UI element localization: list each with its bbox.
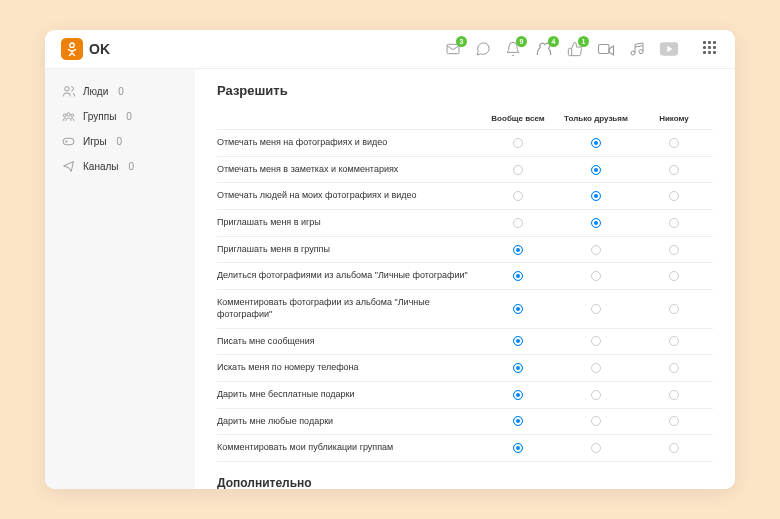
col-nobody: Никому <box>635 114 713 123</box>
sidebar-label: Каналы <box>83 161 119 172</box>
permission-label: Комментировать фотографии из альбома "Ли… <box>217 297 479 320</box>
table-row: Отмечать меня на фотографиях и видео <box>217 130 713 157</box>
table-row: Искать меня по номеру телефона <box>217 355 713 382</box>
svg-point-9 <box>70 114 73 117</box>
section-title: Разрешить <box>217 83 713 98</box>
permission-label: Дарить мне любые подарки <box>217 416 479 428</box>
svg-point-0 <box>70 43 74 47</box>
permission-label: Отмечать меня в заметках и комментариях <box>217 164 479 176</box>
video-icon[interactable] <box>597 41 615 57</box>
radio-option[interactable] <box>513 271 523 281</box>
permission-label: Дарить мне бесплатные подарки <box>217 389 479 401</box>
radio-option[interactable] <box>513 363 523 373</box>
svg-rect-2 <box>599 45 610 54</box>
channels-icon <box>61 160 75 173</box>
radio-option[interactable] <box>669 443 679 453</box>
sidebar-count: 0 <box>118 86 124 97</box>
radio-option[interactable] <box>591 271 601 281</box>
radio-option[interactable] <box>513 304 523 314</box>
discussions-icon[interactable] <box>475 41 491 57</box>
radio-option[interactable] <box>513 336 523 346</box>
app-window: OK 3 9 4 1 <box>45 30 735 489</box>
radio-option[interactable] <box>591 304 601 314</box>
sidebar-item-games[interactable]: Игры 0 <box>45 129 195 154</box>
permission-label: Приглашать меня в игры <box>217 217 479 229</box>
radio-option[interactable] <box>669 390 679 400</box>
messages-icon[interactable]: 3 <box>445 41 461 57</box>
radio-option[interactable] <box>669 218 679 228</box>
table-header: Вообще всем Только друзьям Никому <box>217 108 713 130</box>
table-row: Комментировать фотографии из альбома "Ли… <box>217 290 713 328</box>
table-row: Дарить мне любые подарки <box>217 409 713 436</box>
notifications-icon[interactable]: 9 <box>505 41 521 57</box>
table-row: Писать мне сообщения <box>217 329 713 356</box>
logo-text: OK <box>89 41 110 57</box>
svg-rect-10 <box>63 138 74 145</box>
radio-option[interactable] <box>591 443 601 453</box>
table-row: Отмечать людей на моих фотографиях и вид… <box>217 183 713 210</box>
radio-option[interactable] <box>591 245 601 255</box>
radio-option[interactable] <box>669 191 679 201</box>
radio-option[interactable] <box>513 443 523 453</box>
guests-icon[interactable]: 4 <box>535 41 553 57</box>
radio-option[interactable] <box>591 138 601 148</box>
sidebar-label: Группы <box>83 111 116 122</box>
sidebar-label: Люди <box>83 86 108 97</box>
radio-option[interactable] <box>591 336 601 346</box>
music-icon[interactable] <box>629 41 645 57</box>
permission-label: Отмечать меня на фотографиях и видео <box>217 137 479 149</box>
header: OK 3 9 4 1 <box>45 30 735 69</box>
radio-option[interactable] <box>513 390 523 400</box>
radio-option[interactable] <box>591 363 601 373</box>
radio-option[interactable] <box>669 363 679 373</box>
radio-option[interactable] <box>513 165 523 175</box>
table-row: Делиться фотографиями из альбома "Личные… <box>217 263 713 290</box>
radio-option[interactable] <box>669 336 679 346</box>
additional-title: Дополнительно <box>217 476 713 489</box>
radio-option[interactable] <box>591 218 601 228</box>
radio-option[interactable] <box>669 138 679 148</box>
guests-badge: 4 <box>548 36 559 47</box>
permission-label: Писать мне сообщения <box>217 336 479 348</box>
body: Люди 0 Группы 0 Игры 0 Каналы 0 Разрешит… <box>45 69 735 489</box>
radio-option[interactable] <box>669 304 679 314</box>
radio-option[interactable] <box>591 416 601 426</box>
radio-option[interactable] <box>591 165 601 175</box>
svg-point-3 <box>631 51 635 55</box>
video-play-icon[interactable] <box>659 41 679 57</box>
sidebar-label: Игры <box>83 136 107 147</box>
permission-label: Комментировать мои публикации группам <box>217 442 479 454</box>
radio-option[interactable] <box>591 191 601 201</box>
apps-menu-icon[interactable] <box>703 41 719 57</box>
permissions-table: Вообще всем Только друзьям Никому Отмеча… <box>217 108 713 462</box>
feedback-badge: 1 <box>578 36 589 47</box>
radio-option[interactable] <box>513 245 523 255</box>
main-content: Разрешить Вообще всем Только друзьям Ник… <box>195 69 735 489</box>
radio-option[interactable] <box>513 416 523 426</box>
radio-option[interactable] <box>669 271 679 281</box>
radio-option[interactable] <box>513 191 523 201</box>
feedback-icon[interactable]: 1 <box>567 41 583 57</box>
radio-option[interactable] <box>669 165 679 175</box>
radio-option[interactable] <box>513 138 523 148</box>
table-row: Приглашать меня в группы <box>217 237 713 264</box>
col-all: Вообще всем <box>479 114 557 123</box>
sidebar-count: 0 <box>129 161 135 172</box>
radio-option[interactable] <box>591 390 601 400</box>
sidebar: Люди 0 Группы 0 Игры 0 Каналы 0 <box>45 69 195 489</box>
groups-icon <box>61 110 75 123</box>
sidebar-item-channels[interactable]: Каналы 0 <box>45 154 195 179</box>
sidebar-item-groups[interactable]: Группы 0 <box>45 104 195 129</box>
permission-label: Отмечать людей на моих фотографиях и вид… <box>217 190 479 202</box>
games-icon <box>61 135 75 148</box>
table-row: Дарить мне бесплатные подарки <box>217 382 713 409</box>
table-row: Приглашать меня в игры <box>217 210 713 237</box>
svg-point-7 <box>66 113 69 116</box>
logo-icon <box>61 38 83 60</box>
radio-option[interactable] <box>669 245 679 255</box>
sidebar-item-people[interactable]: Люди 0 <box>45 79 195 104</box>
radio-option[interactable] <box>513 218 523 228</box>
col-friends: Только друзьям <box>557 114 635 123</box>
logo[interactable]: OK <box>61 38 110 60</box>
radio-option[interactable] <box>669 416 679 426</box>
